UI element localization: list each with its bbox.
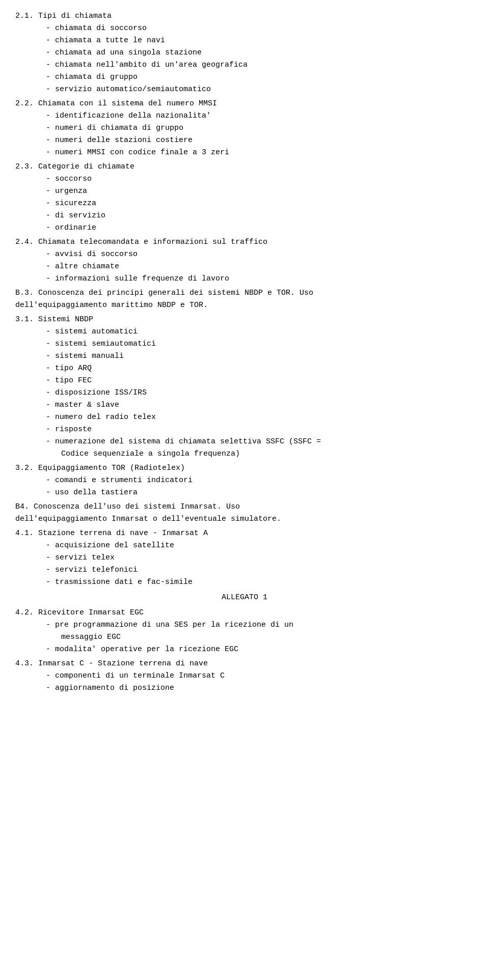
section-4-2-title: 4.2. Ricevitore Inmarsat EGC — [15, 608, 144, 617]
section-3-2-title: 3.2. Equipaggiamento TOR (Radiotelex) — [15, 464, 185, 472]
list-item: - chiamata ad una singola stazione — [15, 47, 474, 59]
section-3-2: 3.2. Equipaggiamento TOR (Radiotelex) - … — [15, 462, 474, 499]
list-item: - urgenza — [15, 185, 474, 198]
list-item: - sistemi manuali — [15, 350, 474, 362]
section-2-2-title: 2.2. Chiamata con il sistema del numero … — [15, 99, 217, 108]
list-item: - servizio automatico/semiautomatico — [15, 83, 474, 96]
section-2-1: 2.1. Tipi di chiamata - chiamata di socc… — [15, 10, 474, 96]
list-item: - sistemi semiautomatici — [15, 338, 474, 350]
list-item: - numerazione del sistema di chiamata se… — [15, 436, 474, 448]
section-3-1-title: 3.1. Sistemi NBDP — [15, 315, 93, 324]
list-item: - tipo FEC — [15, 375, 474, 387]
list-item: - chiamata di soccorso — [15, 22, 474, 35]
section-2-1-title: 2.1. Tipi di chiamata — [15, 12, 112, 20]
list-item: - altre chiamate — [15, 261, 474, 273]
section-2-3-title: 2.3. Categorie di chiamate — [15, 162, 134, 171]
list-item-continuation: messaggio EGC — [15, 631, 474, 643]
section-2-4: 2.4. Chiamata telecomandata e informazio… — [15, 236, 474, 285]
document-content: 2.1. Tipi di chiamata - chiamata di socc… — [15, 10, 474, 694]
list-item: - numeri delle stazioni costiere — [15, 134, 474, 147]
list-item: - numeri MMSI con codice finale a 3 zeri — [15, 147, 474, 159]
list-item: - comandi e strumenti indicatori — [15, 474, 474, 487]
list-item: - aggiornamento di posizione — [15, 682, 474, 694]
section-B4-title: B4. Conoscenza dell'uso dei sistemi Inma… — [15, 502, 240, 511]
section-3-1: 3.1. Sistemi NBDP - sistemi automatici -… — [15, 314, 474, 460]
list-item: - modalita' operative per la ricezione E… — [15, 643, 474, 656]
list-item: - chiamata nell'ambito di un'area geogra… — [15, 59, 474, 71]
list-item: - componenti di un terminale Inmarsat C — [15, 670, 474, 682]
list-item: - identificazione della nazionalita' — [15, 110, 474, 122]
list-item: - avvisi di soccorso — [15, 248, 474, 261]
list-item: - sistemi automatici — [15, 326, 474, 338]
list-item: - numero del radio telex — [15, 411, 474, 424]
list-item: - trasmissione dati e fac-simile — [15, 576, 474, 589]
section-B4-subheading: dell'equipaggiamento Inmarsat o dell'eve… — [15, 513, 474, 525]
section-B3-subheading: dell'equipaggiamento marittimo NBDP e TO… — [15, 299, 474, 312]
list-item: - master & slave — [15, 399, 474, 411]
list-item: - numeri di chiamata di gruppo — [15, 122, 474, 134]
allegato-label: ALLEGATO 1 — [15, 592, 474, 604]
list-item: - acquisizione del satellite — [15, 540, 474, 552]
section-B4: B4. Conoscenza dell'uso dei sistemi Inma… — [15, 501, 474, 525]
section-4-2: 4.2. Ricevitore Inmarsat EGC - pre progr… — [15, 607, 474, 656]
section-2-4-title: 2.4. Chiamata telecomandata e informazio… — [15, 238, 267, 246]
list-item: - chiamata di gruppo — [15, 71, 474, 83]
list-item: - pre programmazione di una SES per la r… — [15, 619, 474, 631]
section-2-2: 2.2. Chiamata con il sistema del numero … — [15, 98, 474, 159]
list-item-continuation: Codice sequenziale a singola frequenza) — [15, 448, 474, 460]
list-item: - sicurezza — [15, 198, 474, 210]
list-item: - tipo ARQ — [15, 362, 474, 375]
list-item: - soccorso — [15, 173, 474, 185]
section-allegato: ALLEGATO 1 — [15, 592, 474, 604]
list-item: - uso della tastiera — [15, 487, 474, 499]
list-item: - di servizio — [15, 210, 474, 222]
section-B3: B.3. Conoscenza dei principi generali de… — [15, 287, 474, 312]
list-item: - risposte — [15, 424, 474, 436]
list-item: - ordinarie — [15, 222, 474, 234]
section-B3-title: B.3. Conoscenza dei principi generali de… — [15, 289, 313, 297]
list-item: - servizi telefonici — [15, 564, 474, 576]
section-4-3: 4.3. Inmarsat C - Stazione terrena di na… — [15, 658, 474, 694]
list-item: - disposizione ISS/IRS — [15, 387, 474, 399]
section-4-1: 4.1. Stazione terrena di nave - Inmarsat… — [15, 527, 474, 589]
section-4-3-title: 4.3. Inmarsat C - Stazione terrena di na… — [15, 659, 208, 668]
section-2-3: 2.3. Categorie di chiamate - soccorso - … — [15, 161, 474, 234]
list-item: - servizi telex — [15, 552, 474, 564]
list-item: - informazioni sulle frequenze di lavoro — [15, 273, 474, 285]
section-4-1-title: 4.1. Stazione terrena di nave - Inmarsat… — [15, 529, 208, 538]
list-item: - chiamata a tutte le navi — [15, 35, 474, 47]
